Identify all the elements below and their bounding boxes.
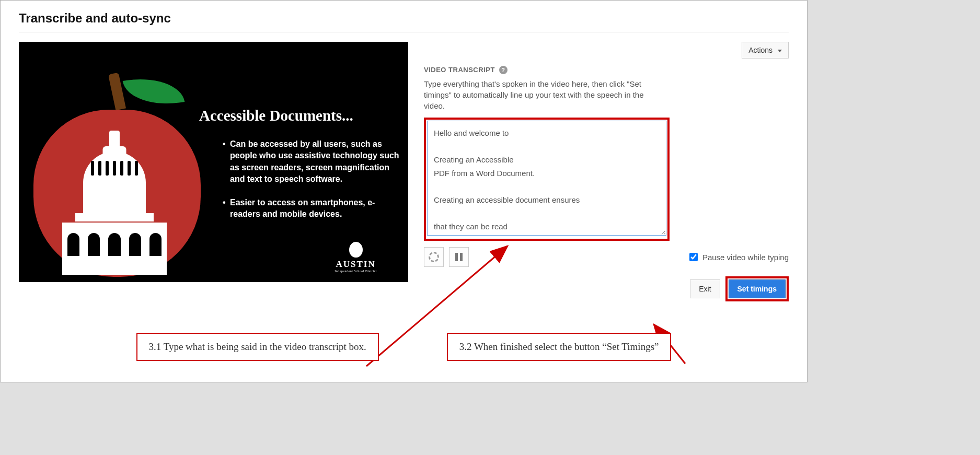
page-title: Transcribe and auto-sync [19, 11, 789, 26]
actions-label: Actions [748, 46, 773, 54]
video-bullet-2: Easier to access on smartphones, e-reade… [223, 197, 400, 220]
callout-2: 3.2 When finished select the button “Set… [447, 333, 672, 361]
apple-stem [108, 73, 126, 111]
page-container: Transcribe and auto-sync [0, 0, 808, 382]
exit-button[interactable]: Exit [690, 279, 720, 298]
transcript-section-label: VIDEO TRANSCRIPT ? [424, 66, 789, 74]
transcript-panel: Actions VIDEO TRANSCRIPT ? Type everythi… [424, 42, 789, 301]
annotation-callouts: 3.1 Type what is being said in the video… [19, 333, 789, 361]
set-timings-button[interactable]: Set timings [729, 279, 786, 298]
transcript-input[interactable] [427, 121, 666, 236]
austin-logo-label: AUSTIN [335, 259, 377, 270]
capitol-dome-lines [91, 161, 138, 176]
pause-while-typing[interactable]: Pause video while typing [687, 251, 789, 263]
controls-row: Pause video while typing [424, 247, 789, 267]
austin-logo-sub: Independent School District [335, 270, 377, 273]
pause-button[interactable] [449, 247, 469, 267]
transcript-label-text: VIDEO TRANSCRIPT [424, 66, 495, 74]
video-bullet-1: Can be accessed by all users, such as pe… [223, 138, 400, 185]
austin-logo: AUSTIN Independent School District [335, 242, 377, 273]
capitol-base [62, 223, 167, 275]
footer-buttons: Exit Set timings [424, 276, 789, 301]
video-player[interactable]: Accessible Documents... Can be accessed … [19, 42, 408, 282]
set-timings-highlight-box: Set timings [725, 276, 789, 301]
apple-leaf [123, 71, 185, 112]
pause-icon [455, 253, 463, 261]
video-slide-title: Accessible Documents... [199, 107, 353, 124]
pause-checkbox[interactable] [689, 253, 698, 261]
video-slide-bullets: Can be accessed by all users, such as pe… [223, 138, 400, 231]
transcript-description: Type everything that's spoken in the vid… [424, 78, 664, 111]
austin-logo-icon [349, 242, 363, 258]
capitol-band [75, 213, 154, 221]
capitol-arches [67, 233, 162, 256]
help-icon[interactable]: ? [499, 66, 508, 74]
loading-button[interactable] [424, 247, 444, 267]
main-row: Accessible Documents... Can be accessed … [19, 42, 789, 301]
transcript-highlight-box [424, 118, 670, 241]
callout-1: 3.1 Type what is being said in the video… [136, 333, 379, 361]
capitol-graphic [62, 131, 167, 277]
loading-icon [429, 252, 439, 262]
actions-dropdown[interactable]: Actions [742, 42, 789, 59]
pause-checkbox-label: Pause video while typing [702, 253, 789, 262]
apple-graphic [33, 73, 195, 277]
caret-down-icon [778, 50, 782, 52]
divider [19, 32, 789, 32]
